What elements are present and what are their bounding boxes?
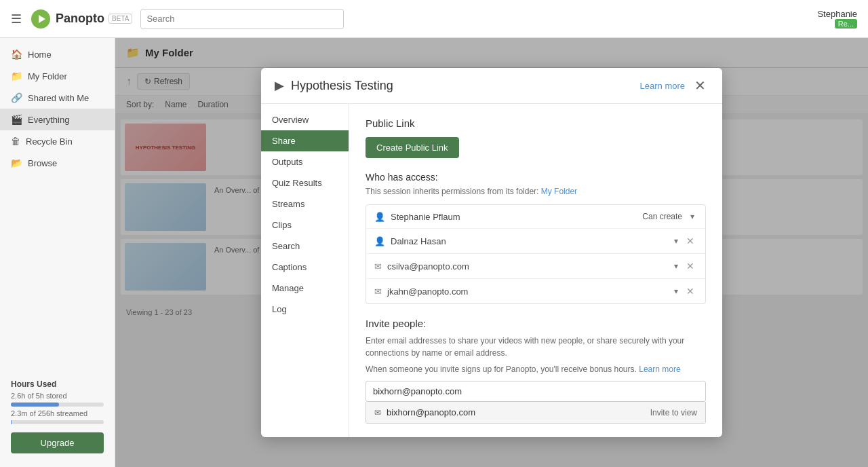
progress-streamed-fill xyxy=(11,420,12,424)
beta-badge: BETA xyxy=(108,14,132,24)
who-has-access-title: Who has access: xyxy=(366,172,706,183)
invite-bonus-learn-more[interactable]: Learn more xyxy=(639,365,680,374)
user-icon: 👤 xyxy=(374,212,385,222)
modal-main-panel: Public Link Create Public Link Who has a… xyxy=(349,104,722,437)
invite-to-view-button[interactable]: Invite to view xyxy=(650,408,697,417)
sidebar-item-everything[interactable]: 🎬 Everything xyxy=(0,109,115,130)
create-public-link-button[interactable]: Create Public Link xyxy=(366,137,459,158)
access-row-actions: ▾ ✕ xyxy=(671,284,697,298)
everything-icon: 🎬 xyxy=(11,114,22,125)
modal-header: ▶ Hypothesis Testing Learn more ✕ xyxy=(261,68,722,104)
modal-nav: Overview Share Outputs Quiz Results Stre… xyxy=(261,104,349,437)
sidebar-label-browse: Browse xyxy=(28,158,57,168)
topbar-user: Stephanie Re... xyxy=(817,9,857,29)
topbar-username: Stephanie xyxy=(817,9,857,19)
share-icon: 🔗 xyxy=(11,92,22,103)
progress-stored-bg xyxy=(11,403,104,407)
modal-body: Overview Share Outputs Quiz Results Stre… xyxy=(261,104,722,437)
modal-nav-search[interactable]: Search xyxy=(261,236,349,257)
sidebar-item-shared[interactable]: 🔗 Shared with Me xyxy=(0,87,115,109)
modal-nav-streams[interactable]: Streams xyxy=(261,193,349,214)
modal-header-icon: ▶ xyxy=(275,78,284,93)
topbar-logo: Panopto BETA xyxy=(30,8,132,30)
access-row-role: Can create xyxy=(642,212,682,221)
hamburger-icon[interactable]: ☰ xyxy=(11,12,22,26)
public-link-title: Public Link xyxy=(366,117,706,129)
invite-dropdown-email: bixhorn@panopto.com xyxy=(387,407,645,417)
modal-nav-overview[interactable]: Overview xyxy=(261,109,349,130)
sidebar-item-browse[interactable]: 📂 Browse xyxy=(0,152,115,174)
sidebar-item-recycle[interactable]: 🗑 Recycle Bin xyxy=(0,130,115,152)
role-chevron-button[interactable]: ▾ xyxy=(671,235,681,247)
modal-nav-log[interactable]: Log xyxy=(261,299,349,320)
sidebar-label-recycle: Recycle Bin xyxy=(26,136,73,147)
invite-people-title: Invite people: xyxy=(366,318,706,329)
modal-nav-outputs[interactable]: Outputs xyxy=(261,151,349,172)
email-icon: ✉ xyxy=(374,286,382,297)
sidebar-item-my-folder[interactable]: 📁 My Folder xyxy=(0,65,115,87)
topbar: ☰ Panopto BETA Stephanie Re... xyxy=(0,0,868,38)
modal-nav-captions[interactable]: Captions xyxy=(261,257,349,278)
home-icon: 🏠 xyxy=(11,49,22,60)
access-row-actions: ▾ ✕ xyxy=(671,234,697,248)
role-chevron-button[interactable]: ▾ xyxy=(688,210,697,223)
modal-close-button[interactable]: ✕ xyxy=(692,77,709,94)
email-icon: ✉ xyxy=(374,261,382,272)
modal-nav-share[interactable]: Share xyxy=(261,130,349,151)
access-table: 👤 Stephanie Pflaum Can create ▾ 👤 xyxy=(366,204,706,304)
access-row-name: csilva@panopto.com xyxy=(387,261,666,272)
invite-bonus: When someone you invite signs up for Pan… xyxy=(366,365,706,374)
role-chevron-button[interactable]: ▾ xyxy=(671,260,681,272)
modal-nav-clips[interactable]: Clips xyxy=(261,214,349,236)
invite-input-wrapper: ✉ bixhorn@panopto.com Invite to view xyxy=(366,381,706,424)
content-area: 📁 My Folder ↑ ↻ Refresh Sort by: Name Du… xyxy=(115,38,868,467)
role-chevron-button[interactable]: ▾ xyxy=(671,285,681,297)
recycle-icon: 🗑 xyxy=(11,136,20,147)
progress-streamed-bg xyxy=(11,420,104,424)
remove-user-button[interactable]: ✕ xyxy=(684,234,697,248)
remove-user-button[interactable]: ✕ xyxy=(684,284,697,298)
folder-link[interactable]: My Folder xyxy=(541,187,577,196)
invite-dropdown: ✉ bixhorn@panopto.com Invite to view xyxy=(366,402,706,424)
remove-user-button[interactable]: ✕ xyxy=(684,259,697,273)
access-row-name: Dalnaz Hasan xyxy=(391,236,666,246)
invite-dropdown-item[interactable]: ✉ bixhorn@panopto.com Invite to view xyxy=(366,402,705,423)
progress-stored-fill xyxy=(11,403,59,407)
folder-icon: 📁 xyxy=(11,71,22,81)
topbar-search-input[interactable] xyxy=(140,9,344,29)
hours-used-title: Hours Used xyxy=(11,379,104,389)
topbar-user-badge: Re... xyxy=(835,19,857,29)
sidebar-label-home: Home xyxy=(28,50,52,60)
sidebar: 🏠 Home 📁 My Folder 🔗 Shared with Me 🎬 Ev… xyxy=(0,38,115,467)
access-row-jkahn: ✉ jkahn@panopto.com ▾ ✕ xyxy=(366,279,705,303)
sidebar-label-shared: Shared with Me xyxy=(28,93,89,103)
logo-text: Panopto xyxy=(56,12,104,26)
browse-icon: 📂 xyxy=(11,157,22,168)
access-row-stephanie: 👤 Stephanie Pflaum Can create ▾ xyxy=(366,205,705,229)
modal-learn-more-link[interactable]: Learn more xyxy=(640,81,685,91)
sidebar-bottom: Hours Used 2.6h of 5h stored 2.3m of 256… xyxy=(0,371,115,462)
invite-email-input[interactable] xyxy=(366,381,706,402)
share-modal: ▶ Hypothesis Testing Learn more ✕ Overvi… xyxy=(261,68,722,437)
access-row-name: Stephanie Pflaum xyxy=(391,212,637,222)
email-icon: ✉ xyxy=(374,408,381,417)
modal-nav-quiz-results[interactable]: Quiz Results xyxy=(261,172,349,193)
sidebar-item-home[interactable]: 🏠 Home xyxy=(0,43,115,65)
hours-streamed: 2.3m of 256h streamed xyxy=(11,409,104,417)
access-row-actions: ▾ xyxy=(688,210,697,223)
modal-overlay: ▶ Hypothesis Testing Learn more ✕ Overvi… xyxy=(115,38,868,467)
access-row-name: jkahn@panopto.com xyxy=(387,286,666,297)
app-shell: ☰ Panopto BETA Stephanie Re... 🏠 Home 📁 … xyxy=(0,0,868,467)
who-has-access-desc: This session inherits permissions from i… xyxy=(366,187,706,196)
invite-desc: Enter email addresses to share your vide… xyxy=(366,335,706,359)
modal-nav-manage[interactable]: Manage xyxy=(261,278,349,299)
upgrade-button[interactable]: Upgrade xyxy=(11,432,104,453)
panopto-logo-icon xyxy=(30,8,52,30)
modal-title: Hypothesis Testing xyxy=(291,79,633,93)
hours-stored: 2.6h of 5h stored xyxy=(11,392,104,400)
user-icon: 👤 xyxy=(374,236,385,246)
sidebar-label-my-folder: My Folder xyxy=(28,71,67,81)
main-content: 🏠 Home 📁 My Folder 🔗 Shared with Me 🎬 Ev… xyxy=(0,38,868,467)
access-row-actions: ▾ ✕ xyxy=(671,259,697,273)
access-row-dalnaz: 👤 Dalnaz Hasan ▾ ✕ xyxy=(366,229,705,254)
